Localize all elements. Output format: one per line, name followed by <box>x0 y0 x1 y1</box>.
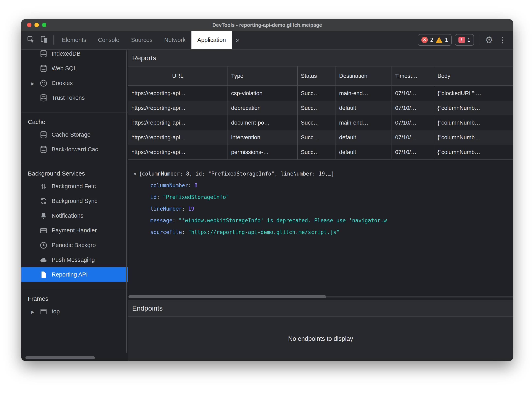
desktop-background: DevTools - reporting-api-demo.glitch.me/… <box>0 0 532 393</box>
cell-type: permissions-… <box>228 145 298 159</box>
preview-property-row: message "'window.webkitStorageInfo' is d… <box>128 215 513 226</box>
property-name: sourceFile <box>150 229 185 235</box>
disclosure-triangle-icon[interactable] <box>31 308 39 315</box>
report-body-preview: {columnNumber: 8, id: "PrefixedStorageIn… <box>128 160 513 294</box>
sidebar-item-label: Reporting API <box>52 271 88 278</box>
property-value: "PrefixedStorageInfo" <box>163 194 229 200</box>
report-row-permissions-policy[interactable]: https://reporting-api… permissions-… Suc… <box>128 145 513 159</box>
tab-application[interactable]: Application <box>191 31 232 49</box>
property-name: id <box>150 194 160 200</box>
cell-destination: main-end… <box>336 86 392 101</box>
more-tabs-chevron-icon: » <box>236 36 239 44</box>
inspect-element-button[interactable] <box>24 31 38 49</box>
sidebar-item-notifications[interactable]: Notifications <box>21 208 128 223</box>
sidebar-item-background-fetch[interactable]: Background Fetc <box>21 179 128 194</box>
sidebar-item-top-frame[interactable]: top <box>21 304 128 319</box>
tab-network[interactable]: Network <box>158 31 191 49</box>
cell-body: {"blockedURL":… <box>434 86 513 101</box>
error-count: 2 <box>430 37 433 43</box>
sidebar-item-cache-storage[interactable]: Cache Storage <box>21 127 128 142</box>
tab-elements[interactable]: Elements <box>56 31 92 49</box>
report-row-document-policy[interactable]: https://reporting-api… document-po… Succ… <box>128 115 513 130</box>
endpoints-empty-state: No endpoints to display <box>128 317 513 361</box>
database-icon <box>39 64 48 73</box>
toolbar-divider <box>480 35 480 44</box>
sidebar-item-indexeddb[interactable]: IndexedDB <box>21 49 128 61</box>
report-row-csp-violation[interactable]: https://reporting-api… csp-violation Suc… <box>128 86 513 101</box>
sidebar-item-cookies[interactable]: Cookies <box>21 76 128 90</box>
tab-label: Elements <box>62 37 86 43</box>
column-header-body[interactable]: Body <box>434 67 513 85</box>
sidebar-section-cache: Cache <box>21 112 128 127</box>
sidebar-item-periodic-background-sync[interactable]: Periodic Backgro <box>21 238 128 253</box>
issues-indicator[interactable]: 1 <box>455 34 474 46</box>
inspect-cursor-icon <box>27 35 35 44</box>
column-header-status[interactable]: Status <box>298 67 336 85</box>
sidebar-item-reporting-api[interactable]: Reporting API <box>21 267 128 282</box>
disclosure-triangle-icon[interactable] <box>31 80 39 86</box>
report-row-intervention[interactable]: https://reporting-api… intervention Succ… <box>128 130 513 145</box>
sidebar-item-push-messaging[interactable]: Push Messaging <box>21 253 128 267</box>
device-toolbar-button[interactable] <box>38 31 51 49</box>
cell-timestamp: 07/10/… <box>392 145 434 159</box>
sidebar-item-payment-handler[interactable]: Payment Handler <box>21 223 128 238</box>
cell-type: intervention <box>228 130 298 145</box>
cell-status: Succ… <box>298 115 336 130</box>
database-icon <box>39 130 48 139</box>
preview-property-row: columnNumber 8 <box>128 180 513 191</box>
column-header-url[interactable]: URL <box>128 67 228 85</box>
expanded-caret-icon[interactable] <box>134 171 137 177</box>
cell-status: Succ… <box>298 101 336 115</box>
report-row-deprecation[interactable]: https://reporting-api… deprecation Succ…… <box>128 101 513 115</box>
column-header-type[interactable]: Type <box>228 67 298 85</box>
sidebar-item-background-sync[interactable]: Background Sync <box>21 194 128 208</box>
cell-destination: main-end… <box>336 115 392 130</box>
tab-sources[interactable]: Sources <box>125 31 158 49</box>
sidebar-item-trust-tokens[interactable]: Trust Tokens <box>21 90 128 105</box>
up-down-arrows-icon <box>39 182 48 191</box>
cell-status: Succ… <box>298 130 336 145</box>
more-options-button[interactable] <box>496 35 509 44</box>
zoom-window-button[interactable] <box>42 23 46 27</box>
cell-url: https://reporting-api… <box>128 101 228 115</box>
sidebar-item-web-sql[interactable]: Web SQL <box>21 61 128 76</box>
preview-summary-text: {columnNumber: 8, id: "PrefixedStorageIn… <box>139 171 335 177</box>
cell-timestamp: 07/10/… <box>392 101 434 115</box>
minimize-window-button[interactable] <box>34 23 39 27</box>
sidebar-horizontal-scrollbar[interactable] <box>25 356 95 359</box>
gear-icon <box>485 34 493 45</box>
cell-destination: default <box>336 145 392 159</box>
cell-timestamp: 07/10/… <box>392 130 434 145</box>
reporting-api-panel: Reports URL Type Status Destination Time… <box>128 49 513 361</box>
window-titlebar: DevTools - reporting-api-demo.glitch.me/… <box>21 19 513 31</box>
sidebar-item-label: IndexedDB <box>52 50 81 57</box>
sync-arrows-icon <box>39 197 48 206</box>
cell-body: {"columnNumb… <box>434 130 513 145</box>
close-window-button[interactable] <box>27 23 31 27</box>
scrollbar-thumb[interactable] <box>129 295 326 298</box>
preview-summary-row[interactable]: {columnNumber: 8, id: "PrefixedStorageIn… <box>128 168 513 180</box>
settings-button[interactable] <box>483 34 496 45</box>
cell-status: Succ… <box>298 145 336 159</box>
sidebar-item-label: Web SQL <box>52 65 77 72</box>
cell-type: deprecation <box>228 101 298 115</box>
column-header-destination[interactable]: Destination <box>336 67 392 85</box>
more-tabs-button[interactable]: » <box>232 31 244 49</box>
errors-warnings-indicator[interactable]: 2 1 <box>418 34 452 46</box>
cell-type: csp-violation <box>228 86 298 101</box>
reports-table-body: https://reporting-api… csp-violation Suc… <box>128 86 513 160</box>
sidebar-item-back-forward-cache[interactable]: Back-forward Cac <box>21 142 128 157</box>
property-value: 8 <box>195 182 198 188</box>
cell-url: https://reporting-api… <box>128 115 228 130</box>
tab-console[interactable]: Console <box>92 31 125 49</box>
toolbar-divider <box>53 35 54 44</box>
cell-body: {"columnNumb… <box>434 145 513 159</box>
property-name: lineNumber <box>150 206 185 212</box>
sidebar-section-background-services: Background Services <box>21 164 128 179</box>
traffic-lights <box>27 19 46 31</box>
main-horizontal-scrollbar[interactable] <box>128 294 513 300</box>
sidebar-vertical-scrollbar[interactable] <box>126 50 127 353</box>
sidebar-item-label: Periodic Backgro <box>52 242 96 249</box>
sidebar-item-label: Payment Handler <box>52 227 97 234</box>
column-header-timestamp[interactable]: Timest… <box>392 67 434 85</box>
